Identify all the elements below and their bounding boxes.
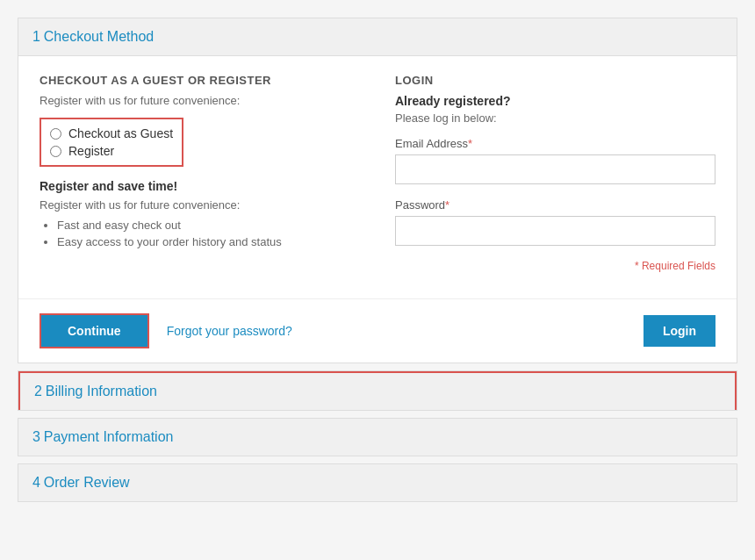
email-input[interactable] [395, 154, 715, 184]
checkout-guest-label: Checkout as Guest [68, 126, 173, 140]
checkout-method-header: 1 Checkout Method [18, 18, 737, 56]
payment-information-section: 3 Payment Information [18, 418, 737, 456]
checkout-register-label: Register [68, 144, 114, 158]
already-registered-text: Already registered? [395, 94, 715, 108]
benefits-list: Fast and easy check out Easy access to y… [40, 219, 360, 248]
section-3-num: 3 [32, 429, 40, 444]
checkout-guest-radio[interactable] [50, 128, 61, 140]
password-label: Password* [395, 198, 715, 212]
actions-row: Continue Forgot your password? Login [18, 298, 737, 363]
password-required-star: * [445, 198, 449, 212]
password-form-group: Password* [395, 198, 715, 246]
guest-register-heading: CHECKOUT AS A GUEST OR REGISTER [40, 74, 360, 87]
benefit-2: Easy access to your order history and st… [57, 235, 360, 248]
page-wrapper: 1 Checkout Method CHECKOUT AS A GUEST OR… [18, 18, 737, 502]
checkout-grid: CHECKOUT AS A GUEST OR REGISTER Register… [40, 74, 715, 281]
actions-right: Login [644, 315, 715, 347]
checkout-left: CHECKOUT AS A GUEST OR REGISTER Register… [40, 74, 360, 281]
register-label: Register with us for future convenience: [40, 198, 360, 212]
section-4-title: Order Review [44, 475, 130, 490]
section-4-num: 4 [32, 475, 40, 490]
billing-information-header[interactable]: 2 Billing Information [18, 371, 737, 410]
checkout-method-section: 1 Checkout Method CHECKOUT AS A GUEST OR… [18, 18, 737, 363]
please-log-in-text: Please log in below: [395, 111, 715, 125]
required-fields-note: * Required Fields [395, 260, 715, 272]
section-2-title: Billing Information [46, 384, 157, 398]
email-label: Email Address* [395, 137, 715, 150]
section-2-num: 2 [34, 384, 42, 398]
password-input[interactable] [395, 216, 715, 246]
register-convenience-label: Register with us for future convenience: [40, 94, 360, 107]
checkout-radio-group: Checkout as Guest Register [40, 118, 183, 167]
checkout-register-option[interactable]: Register [50, 144, 173, 158]
order-review-section: 4 Order Review [18, 463, 737, 502]
section-1-title-label: Checkout Method [44, 29, 154, 44]
email-required-star: * [468, 137, 472, 150]
checkout-method-body: CHECKOUT AS A GUEST OR REGISTER Register… [18, 56, 737, 298]
section-3-title: Payment Information [44, 429, 174, 444]
email-form-group: Email Address* [395, 137, 715, 184]
section-1-title: 1 [32, 29, 40, 44]
payment-information-header[interactable]: 3 Payment Information [18, 419, 737, 456]
checkout-right: LOGIN Already registered? Please log in … [395, 74, 715, 281]
checkout-register-radio[interactable] [50, 146, 61, 157]
checkout-guest-option[interactable]: Checkout as Guest [50, 126, 173, 140]
order-review-header[interactable]: 4 Order Review [18, 464, 737, 501]
billing-information-section: 2 Billing Information [18, 370, 737, 411]
login-button[interactable]: Login [644, 315, 715, 347]
actions-left: Continue Forgot your password? [40, 313, 292, 348]
login-heading: LOGIN [395, 74, 715, 87]
forgot-password-link[interactable]: Forgot your password? [167, 324, 292, 338]
save-time-heading: Register and save time! [40, 179, 360, 193]
continue-button[interactable]: Continue [40, 313, 149, 348]
benefit-1: Fast and easy check out [57, 219, 360, 232]
